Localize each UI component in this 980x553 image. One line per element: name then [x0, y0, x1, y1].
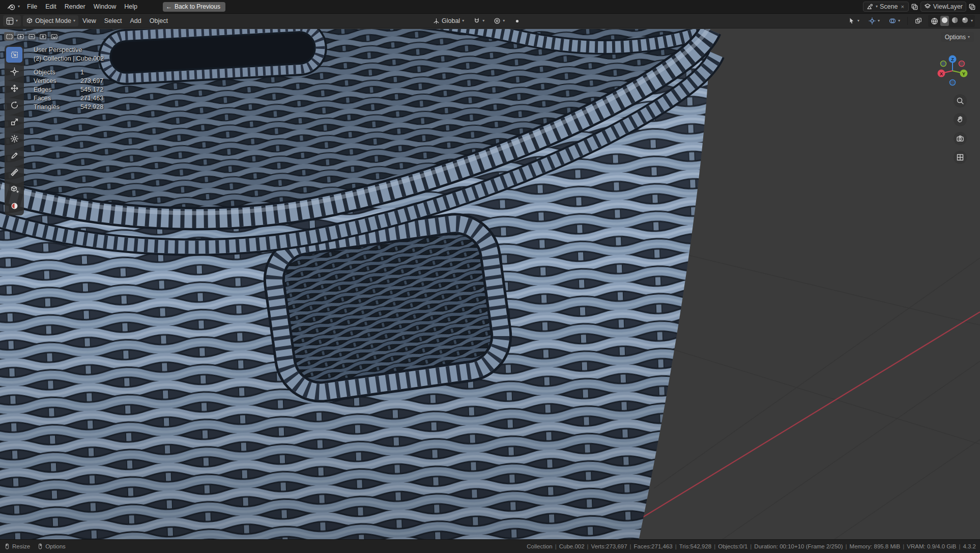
mode-selector[interactable]: Object Mode ▾	[23, 15, 78, 26]
shading-rendered-button[interactable]	[961, 16, 969, 26]
select-mode-intersect-button[interactable]	[49, 32, 59, 41]
menu-add[interactable]: Add	[126, 16, 146, 26]
tool-transform[interactable]	[6, 131, 22, 147]
menu-render[interactable]: Render	[61, 2, 90, 12]
orientation-icon	[433, 18, 440, 24]
chevron-down-icon: ▾	[971, 19, 973, 23]
proportional-falloff-button[interactable]	[511, 15, 524, 26]
sb-memory: Memory: 895.8 MiB	[850, 543, 901, 549]
chevron-down-icon: ▾	[898, 19, 900, 23]
select-mode-subtract-button[interactable]	[26, 32, 37, 41]
chevron-down-icon: ▾	[878, 19, 880, 23]
snapping-toggle[interactable]: ▾	[470, 15, 487, 26]
divider	[907, 17, 908, 25]
hand-icon	[956, 116, 964, 124]
sb-vram: VRAM: 0.9/4.0 GiB	[907, 543, 956, 549]
pan-button[interactable]	[954, 113, 967, 126]
shading-wireframe-button[interactable]	[930, 17, 939, 25]
toolbar	[5, 45, 24, 215]
tool-scale[interactable]	[6, 114, 22, 130]
scene-selector[interactable]: ▾ Scene ×	[863, 2, 909, 12]
falloff-dot-icon	[514, 18, 521, 24]
options-button[interactable]: Options ▾	[941, 32, 974, 42]
back-arrow-icon: ←	[166, 3, 172, 10]
select-mode-invert-button[interactable]	[38, 32, 48, 41]
stat-triangles: Triangles 542,928	[34, 103, 104, 112]
menu-object[interactable]: Object	[146, 16, 172, 26]
mode-label: Object Mode	[35, 17, 71, 24]
new-scene-icon[interactable]	[911, 3, 918, 11]
topbar: ▾ File Edit Render Window Help ← Back to…	[0, 0, 980, 14]
viewport-nav-buttons	[954, 94, 967, 164]
editor-type-button[interactable]: ▾	[3, 15, 21, 26]
sb-object: Cube.002	[559, 543, 585, 549]
tool-cursor[interactable]	[6, 64, 22, 79]
menu-help[interactable]: Help	[120, 2, 141, 12]
zoom-icon	[956, 97, 964, 105]
sb-version: 4.3.2	[963, 543, 976, 549]
gizmo-neg-z-axis[interactable]	[950, 80, 956, 86]
gizmo-neg-x-axis[interactable]	[959, 61, 965, 67]
viewport-header: ▾ Object Mode ▾ View Select Add Object G…	[0, 14, 980, 29]
stat-vertices: Vertices 273,697	[34, 77, 104, 86]
orthographic-toggle-button[interactable]	[954, 151, 967, 164]
new-viewlayer-icon[interactable]	[968, 3, 976, 11]
chevron-down-icon: ▾	[857, 19, 859, 23]
gizmo-icon	[869, 17, 876, 24]
transform-orientation-selector[interactable]: Global ▾	[430, 15, 467, 26]
menu-edit[interactable]: Edit	[41, 2, 61, 12]
unlink-scene-icon[interactable]: ×	[900, 4, 905, 10]
menu-file[interactable]: File	[23, 2, 41, 12]
tool-add-cube[interactable]	[6, 181, 22, 197]
viewport-3d[interactable]: Options ▾	[0, 29, 980, 539]
rendered-sphere-icon	[961, 16, 969, 24]
gizmo-y-label: Y	[962, 71, 965, 76]
options-label: Options	[945, 34, 966, 41]
blender-logo-icon[interactable]: ▾	[4, 1, 23, 12]
viewlayer-selector[interactable]: ViewLayer	[920, 2, 966, 12]
wireframe-sphere-icon	[931, 17, 938, 25]
sb-tris: Tris:542,928	[679, 543, 712, 549]
object-visibility-dropdown[interactable]: ▾	[845, 15, 862, 26]
chevron-down-icon: ▾	[482, 19, 484, 23]
gizmo-neg-y-axis[interactable]	[941, 61, 946, 67]
orientation-label: Global	[442, 17, 460, 24]
overlays-toggle[interactable]: ▾	[886, 15, 903, 26]
chevron-down-icon: ▾	[16, 19, 18, 23]
editor-3d-viewport-icon	[6, 17, 14, 25]
basket-model	[0, 29, 980, 539]
xray-toggle[interactable]	[912, 15, 925, 26]
menu-view[interactable]: View	[78, 16, 100, 26]
proportional-editing-icon	[494, 17, 501, 24]
chevron-down-icon: ▾	[462, 19, 464, 23]
viewlayer-name: ViewLayer	[933, 3, 963, 10]
navigation-gizmo[interactable]: Z X Y	[933, 51, 972, 90]
shading-solid-button[interactable]	[940, 16, 949, 26]
camera-view-button[interactable]	[954, 132, 967, 145]
shading-mode-group: ▾	[928, 15, 975, 27]
tool-select-box[interactable]	[6, 47, 22, 63]
chevron-down-icon: ▾	[968, 35, 970, 39]
menu-window[interactable]: Window	[90, 2, 120, 12]
proportional-editing-toggle[interactable]: ▾	[491, 15, 508, 26]
select-mode-extend-button[interactable]	[15, 32, 25, 41]
gizmos-toggle[interactable]: ▾	[866, 15, 883, 26]
solid-sphere-icon	[941, 16, 948, 24]
tool-extras[interactable]	[6, 198, 22, 214]
back-to-previous-label: Back to Previous	[175, 3, 220, 10]
mouse-hint-options: Options	[37, 543, 66, 550]
chevron-down-icon: ▾	[73, 19, 75, 23]
tool-annotate[interactable]	[6, 148, 22, 163]
select-mode-set-button[interactable]	[4, 32, 14, 41]
hint-options-label: Options	[45, 543, 66, 549]
sb-duration: Duration: 00:10+10 (Frame 2/250)	[754, 543, 843, 549]
stat-faces: Faces 271,463	[34, 94, 104, 103]
menu-select[interactable]: Select	[100, 16, 126, 26]
zoom-button[interactable]	[954, 94, 967, 107]
statusbar: Resize Options Collection| Cube.002| Ver…	[0, 539, 980, 553]
shading-material-button[interactable]	[950, 16, 959, 26]
tool-rotate[interactable]	[6, 97, 22, 113]
back-to-previous-button[interactable]: ← Back to Previous	[163, 2, 225, 12]
tool-move[interactable]	[6, 80, 22, 96]
tool-measure[interactable]	[6, 164, 22, 180]
